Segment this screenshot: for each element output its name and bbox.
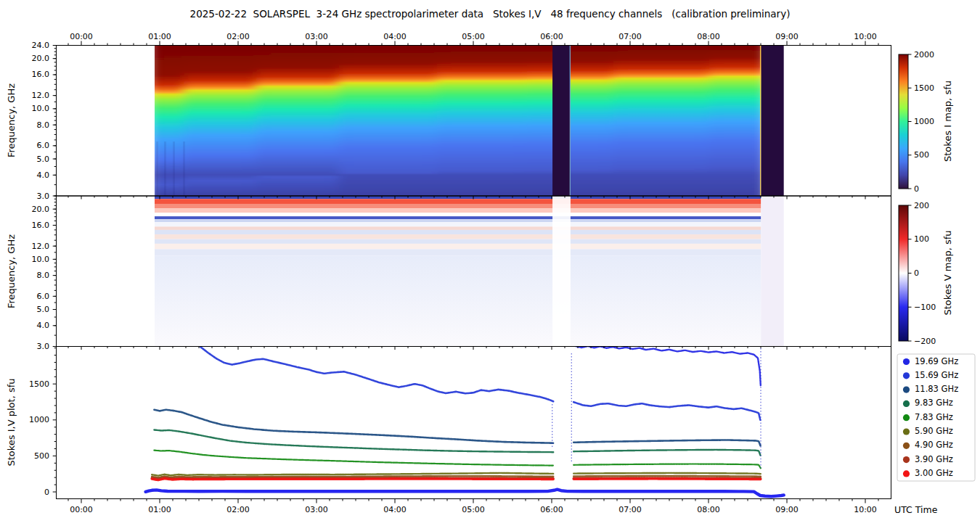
plot-canvas: [0, 0, 980, 526]
stokes-iv-plot: [146, 346, 784, 496]
legend-marker-dot: [903, 358, 910, 365]
series-3-00-ghz: [152, 479, 553, 480]
series-15-69-ghz: [200, 347, 553, 401]
series-7-83-ghz: [573, 464, 761, 469]
spectropolarimeter-figure: 2025-02-22 SOLARSPEL 3-24 GHz spectropol…: [0, 0, 980, 526]
stokes-v-map: [155, 196, 784, 347]
legend-marker-dot: [903, 456, 910, 463]
legend-marker-dot: [903, 414, 910, 421]
series-stokes-v-overlay: [146, 490, 784, 497]
legend-marker-dot: [903, 428, 910, 435]
legend-marker-dot: [903, 443, 910, 449]
stokes-v-colorbar: [899, 205, 908, 341]
legend-marker-dot: [903, 400, 910, 407]
series-15-69-ghz: [573, 402, 760, 420]
series-11-83-ghz: [573, 440, 761, 447]
series-9-83-ghz: [573, 450, 761, 456]
series-3-00-ghz: [573, 479, 761, 480]
legend-marker-dot: [903, 372, 910, 379]
series-19-69-ghz: [575, 346, 760, 385]
stokes-i-map: [149, 46, 783, 197]
legend-marker-dot: [903, 470, 910, 477]
series-4-90-ghz: [573, 476, 761, 477]
series-5-90-ghz: [573, 473, 761, 474]
stokes-i-colorbar: [899, 54, 908, 189]
series-7-83-ghz: [154, 451, 553, 466]
legend-marker-dot: [903, 387, 910, 393]
